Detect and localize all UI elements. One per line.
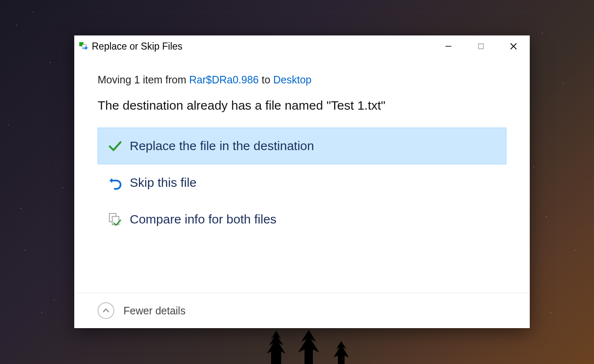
replace-option-label: Replace the file in the destination [130, 139, 314, 153]
chevron-up-icon [102, 307, 110, 314]
compare-option-label: Compare info for both files [130, 212, 277, 226]
moving-prefix: Moving 1 item from [98, 74, 189, 85]
fewer-details-label: Fewer details [123, 305, 186, 317]
checkmark-icon [108, 139, 122, 153]
destination-folder-link[interactable]: Desktop [273, 74, 312, 85]
compare-files-icon [108, 212, 122, 226]
dialog-content: Moving 1 item from Rar$DRa0.986 to Deskt… [74, 57, 530, 293]
svg-rect-3 [478, 44, 483, 49]
maximize-button[interactable] [465, 35, 497, 57]
conflict-message: The destination already has a file named… [98, 98, 506, 113]
options-list: Replace the file in the destination Skip… [98, 128, 506, 238]
close-button[interactable] [497, 35, 530, 57]
replace-file-option[interactable]: Replace the file in the destination [98, 128, 506, 164]
minimize-button[interactable] [432, 35, 465, 57]
moving-middle: to [259, 74, 273, 85]
file-move-icon [79, 42, 89, 50]
dialog-footer: Fewer details [74, 293, 530, 328]
window-title: Replace or Skip Files [92, 41, 182, 52]
replace-or-skip-dialog: Replace or Skip Files Moving 1 item from… [74, 35, 530, 328]
compare-files-option[interactable]: Compare info for both files [98, 201, 506, 238]
skip-option-label: Skip this file [130, 176, 196, 190]
skip-file-option[interactable]: Skip this file [98, 164, 506, 201]
source-folder-link[interactable]: Rar$DRa0.986 [189, 74, 259, 85]
titlebar: Replace or Skip Files [74, 35, 530, 57]
moving-summary: Moving 1 item from Rar$DRa0.986 to Deskt… [98, 74, 506, 86]
undo-icon [108, 176, 122, 190]
fewer-details-button[interactable] [98, 302, 114, 319]
